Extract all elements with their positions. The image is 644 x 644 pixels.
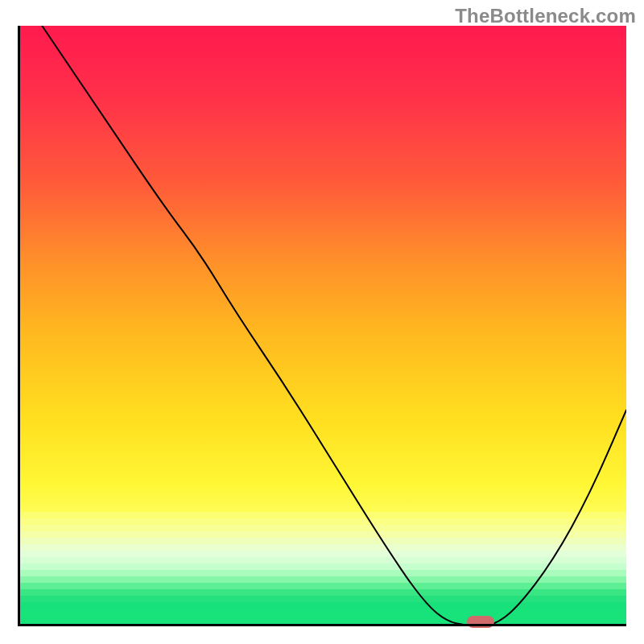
bottleneck-curve: [42, 26, 626, 626]
watermark-text: TheBottleneck.com: [455, 5, 636, 27]
optimal-marker: [467, 616, 494, 628]
chart-plot-area: [18, 26, 626, 626]
curve-svg: [18, 26, 626, 626]
